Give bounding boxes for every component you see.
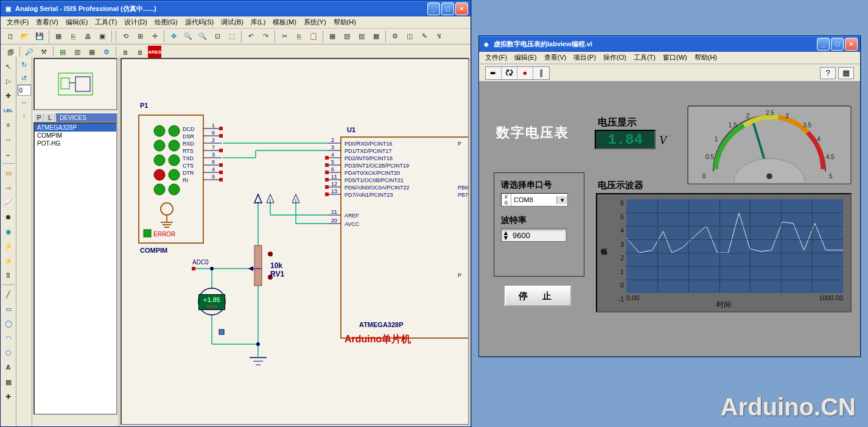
menu-item[interactable]: 帮助(H) xyxy=(330,16,360,28)
instrument-icon[interactable]: 🎚 xyxy=(2,269,15,282)
block-rotate-icon[interactable]: ▨ xyxy=(355,30,368,43)
tape-icon[interactable]: ⏺ xyxy=(2,210,15,224)
package-icon[interactable]: ◫ xyxy=(403,30,416,43)
origin-icon[interactable]: ✛ xyxy=(148,30,161,43)
print-icon[interactable]: 🖶 xyxy=(81,30,94,43)
pick-icon[interactable]: ⚙ xyxy=(388,30,402,43)
devices-col-p[interactable]: P xyxy=(33,113,44,122)
menu-item[interactable]: 绘图(G) xyxy=(151,16,181,28)
path-2d-icon[interactable]: ⬠ xyxy=(2,346,15,359)
overview-preview[interactable] xyxy=(33,58,117,110)
terminal-icon[interactable]: ▭ xyxy=(2,166,15,180)
arc-2d-icon[interactable]: ◠ xyxy=(2,331,15,345)
device-item[interactable]: POT-HG xyxy=(35,139,116,147)
print-area-icon[interactable]: ▦ xyxy=(52,30,65,43)
menu-item[interactable]: 操作(O) xyxy=(600,52,630,63)
zoom-fit-icon[interactable]: ⊡ xyxy=(211,30,224,43)
schematic-canvas[interactable]: P1 COMPIM ERROR U1 ATMEGA328P Arduino单片机… xyxy=(121,58,469,425)
marker-icon[interactable]: ✚ xyxy=(2,390,15,403)
rotate-ccw-icon[interactable]: ↺ xyxy=(18,71,31,85)
menu-item[interactable]: 编辑(E) xyxy=(62,16,92,28)
wire-tool-icon[interactable]: ↯ xyxy=(432,30,446,43)
devices-col-header[interactable]: DEVICES xyxy=(55,113,117,122)
bus-icon[interactable]: ↔ xyxy=(2,133,15,146)
component-icon[interactable]: ▷ xyxy=(2,74,15,88)
grid-icon[interactable]: ⊞ xyxy=(133,30,147,43)
menu-item[interactable]: 查看(V) xyxy=(32,16,62,28)
menu-item[interactable]: 系统(Y) xyxy=(300,16,330,28)
block-copy-icon[interactable]: ▦ xyxy=(326,30,339,43)
baud-input[interactable]: ▲▼ 9600 xyxy=(501,228,567,242)
symbol-icon[interactable]: ▩ xyxy=(2,375,15,389)
menu-item[interactable]: 帮助(H) xyxy=(691,52,721,63)
new-file-icon[interactable]: 🗋 xyxy=(4,30,17,43)
chevron-down-icon[interactable]: ▾ xyxy=(556,196,567,204)
zoom-in-icon[interactable]: 🔍 xyxy=(181,30,195,43)
menu-item[interactable]: 查看(V) xyxy=(541,52,570,63)
block-move-icon[interactable]: ▧ xyxy=(340,30,354,43)
paste-icon[interactable]: 📋 xyxy=(307,30,320,43)
run-continuous-icon[interactable]: 🗘 xyxy=(502,67,517,79)
open-file-icon[interactable]: 📂 xyxy=(18,30,32,43)
refresh-icon[interactable]: ⟲ xyxy=(119,30,132,43)
devices-list[interactable]: ATMEGA328PCOMPIMPOT-HG xyxy=(33,122,117,415)
menu-item[interactable]: 文件(F) xyxy=(481,52,511,63)
region-icon[interactable]: ▣ xyxy=(96,30,109,43)
isis-titlebar[interactable]: ▣ Analog Serial - ISIS Professional (仿真中… xyxy=(1,1,471,16)
zoom-area-icon[interactable]: ⬚ xyxy=(225,30,239,43)
selection-icon[interactable]: ↖ xyxy=(2,60,15,73)
device-item[interactable]: COMPIM xyxy=(35,132,116,139)
menu-item[interactable]: 调试(B) xyxy=(217,16,247,28)
mirror-v-icon[interactable]: ↕ xyxy=(18,109,31,122)
generator-icon[interactable]: ◉ xyxy=(2,225,15,238)
help-icon[interactable]: ? xyxy=(820,67,836,79)
graph-icon[interactable]: 📈 xyxy=(2,196,15,209)
probe-v-icon[interactable]: ⚡ xyxy=(2,239,15,253)
block-delete-icon[interactable]: ▩ xyxy=(369,30,383,43)
labview-minimize-button[interactable]: _ xyxy=(817,38,830,51)
subcircuit-icon[interactable]: ⫠ xyxy=(2,147,15,161)
junction-icon[interactable]: ✚ xyxy=(2,89,15,102)
pan-icon[interactable]: ✥ xyxy=(167,30,180,43)
save-icon[interactable]: 💾 xyxy=(33,30,46,43)
isis-close-button[interactable]: × xyxy=(455,2,468,15)
labview-close-button[interactable]: × xyxy=(845,38,858,51)
line-2d-icon[interactable]: ╱ xyxy=(2,288,15,301)
menu-item[interactable]: 设计(D) xyxy=(121,16,150,28)
cut-icon[interactable]: ✂ xyxy=(278,30,291,43)
menu-item[interactable]: 模板(M) xyxy=(269,16,300,28)
menu-item[interactable]: 窗口(W) xyxy=(659,52,691,63)
copy-icon[interactable]: ⎘ xyxy=(292,30,306,43)
menu-item[interactable]: 编辑(E) xyxy=(511,52,541,63)
devices-col-l[interactable]: L xyxy=(44,113,55,122)
probe-i-icon[interactable]: ⚡ xyxy=(2,254,15,267)
undo-icon[interactable]: ↶ xyxy=(244,30,257,43)
label-icon[interactable]: LBL xyxy=(2,104,15,117)
menu-item[interactable]: 库(L) xyxy=(247,16,269,28)
rotate-cw-icon[interactable]: ↻ xyxy=(18,58,31,71)
spinner-down-icon[interactable]: ▼ xyxy=(502,235,510,240)
text-2d-icon[interactable]: A xyxy=(2,361,15,374)
device-item[interactable]: ATMEGA328P xyxy=(35,124,116,132)
isis-maximize-button[interactable]: □ xyxy=(441,2,454,15)
pause-icon[interactable]: ∥ xyxy=(533,67,549,79)
zoom-out-icon[interactable]: 🔍 xyxy=(196,30,209,43)
rotation-input[interactable] xyxy=(18,85,31,96)
redo-icon[interactable]: ↷ xyxy=(259,30,272,43)
box-2d-icon[interactable]: ▭ xyxy=(2,302,15,316)
abort-icon[interactable]: ● xyxy=(517,67,533,79)
circle-2d-icon[interactable]: ◯ xyxy=(2,317,15,330)
mirror-h-icon[interactable]: ↔ xyxy=(18,96,31,109)
stop-button[interactable]: 停 止 xyxy=(505,286,572,306)
import-icon[interactable]: ⎘ xyxy=(66,30,80,43)
run-icon[interactable]: ➨ xyxy=(486,67,502,79)
device-pin-icon[interactable]: ⫤ xyxy=(2,181,15,194)
isis-minimize-button[interactable]: _ xyxy=(427,2,440,15)
menu-item[interactable]: 工具(T) xyxy=(91,16,121,28)
menu-item[interactable]: 工具(T) xyxy=(630,52,659,63)
vi-icon[interactable]: ▦ xyxy=(838,67,854,79)
decompose-icon[interactable]: ✎ xyxy=(418,30,431,43)
menu-item[interactable]: 文件(F) xyxy=(3,16,32,28)
labview-titlebar[interactable]: ◆ 虚拟数字电压表的labview编程.vi _ □ × xyxy=(479,36,860,52)
port-select[interactable]: I/0 COM8 ▾ xyxy=(501,193,568,206)
